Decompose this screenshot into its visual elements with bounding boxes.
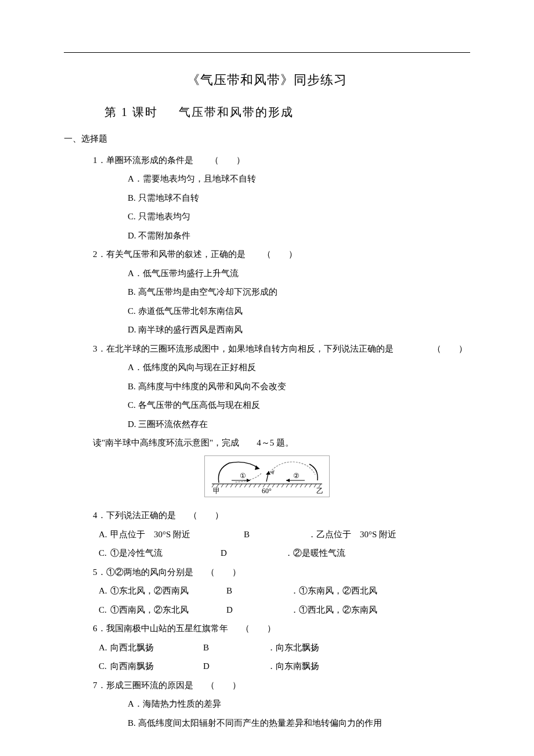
q1-opt-b: B. 只需地球不自转: [128, 191, 470, 205]
q3-opt-c: C. 各气压带的气压高低与现在相反: [128, 399, 470, 412]
question-5: 5．①②两地的风向分别是 （ ）: [93, 566, 470, 579]
q6-stem: 6．我国南极中山站的五星红旗常年: [93, 622, 228, 635]
q1-opt-c: C. 只需地表均匀: [128, 210, 470, 223]
question-3: 3．在北半球的三圈环流形成图中，如果地球自转方向相反，下列说法正确的是 （ ） …: [93, 342, 470, 431]
q2-opt-c: C. 赤道低气压带北邻东南信风: [128, 305, 470, 318]
q6-d-letter: D: [203, 660, 215, 673]
q7-opt-a: A．海陆热力性质的差异: [128, 697, 470, 711]
q4-c-letter: C.: [99, 547, 110, 560]
q5-b-letter: B: [226, 584, 238, 598]
q6-b-text: ．向东北飘扬: [267, 641, 319, 654]
q1-stem: 1．单圈环流形成的条件是: [93, 155, 193, 165]
diagram-label-mid: 60°: [262, 487, 272, 495]
q6-c-letter: C.: [99, 660, 110, 673]
svg-line-7: [240, 484, 242, 487]
svg-marker-32: [266, 471, 270, 475]
diagram-label-2: ②: [293, 472, 300, 480]
svg-line-17: [286, 484, 288, 487]
svg-line-9: [249, 484, 251, 487]
q1-paren: （ ）: [210, 155, 245, 165]
diagram-container: ① ② 甲 60° 乙: [64, 455, 470, 501]
q6-c-text: 向西南飘扬: [110, 660, 154, 673]
svg-line-19: [295, 484, 298, 487]
diagram-label-right: 乙: [316, 487, 323, 495]
q3-stem: 3．在北半球的三圈环流形成图中，如果地球自转方向相反，下列说法正确的是: [93, 344, 394, 353]
q7-paren: （ ）: [206, 679, 241, 692]
q6-a-letter: A.: [99, 641, 110, 654]
instruction-4-5: 读"南半球中高纬度环流示意图"，完成 4～5 题。: [93, 436, 470, 450]
q1-opt-a: A．需要地表均匀，且地球不自转: [128, 172, 470, 186]
question-2: 2．有关气压带和风带的叙述，正确的是 （ ） A．低气压带均盛行上升气流 B. …: [93, 248, 470, 337]
q3-opt-b: B. 高纬度与中纬度的风带和风向不会改变: [128, 380, 470, 393]
q2-stem: 2．有关气压带和风带的叙述，正确的是: [93, 249, 246, 259]
question-6: 6．我国南极中山站的五星红旗常年 （ ）: [93, 622, 470, 635]
svg-line-15: [277, 484, 279, 487]
q5-stem: 5．①②两地的风向分别是: [93, 566, 193, 579]
q1-opt-d: D. 不需附加条件: [128, 229, 470, 243]
q4-paren: （ ）: [189, 509, 223, 522]
q4-options-2: C. ①是冷性气流 D ．②是暖性气流: [99, 547, 470, 566]
svg-line-11: [258, 484, 261, 487]
q7-opt-b: B. 高低纬度间太阳辐射不同而产生的热量差异和地转偏向力的作用: [128, 717, 470, 730]
q4-d-letter: D: [221, 547, 232, 560]
q7-stem: 7．形成三圈环流的原因是: [93, 679, 193, 692]
svg-line-6: [235, 484, 237, 487]
question-7: 7．形成三圈环流的原因是 （ ）: [93, 679, 470, 692]
svg-line-14: [272, 484, 275, 487]
svg-line-20: [300, 484, 302, 487]
q2-opt-d: D. 南半球的盛行西风是西南风: [128, 323, 470, 337]
q5-paren: （ ）: [206, 566, 241, 579]
q4-c-text: ①是冷性气流: [110, 547, 163, 560]
question-4: 4．下列说法正确的是 （ ）: [93, 509, 470, 522]
q4-a-letter: A.: [99, 528, 110, 541]
diagram-label-left: 甲: [213, 487, 220, 495]
svg-line-18: [291, 484, 293, 487]
q4-stem: 4．下列说法正确的是: [93, 509, 176, 522]
q6-b-letter: B: [203, 641, 215, 654]
q5-d-letter: D: [226, 603, 238, 617]
question-1: 1．单圈环流形成的条件是 （ ） A．需要地表均匀，且地球不自转 B. 只需地球…: [93, 154, 470, 243]
q6-options: A. 向西北飘扬 B ．向东北飘扬: [99, 641, 470, 660]
q6-options-2: C. 向西南飘扬 D ．向东南飘扬: [99, 660, 470, 679]
q4-a-text: 甲点位于 30°S 附近: [110, 528, 190, 541]
q2-opt-b: B. 高气压带均是由空气冷却下沉形成的: [128, 285, 470, 299]
subtitle: 第 1 课时 气压带和风带的形成: [104, 103, 470, 121]
subtitle-name: 气压带和风带的形成: [179, 106, 294, 118]
svg-line-21: [305, 484, 307, 487]
main-title: 《气压带和风带》同步练习: [64, 70, 470, 89]
q4-b-text: ．乙点位于 30°S 附近: [308, 528, 396, 541]
svg-line-4: [226, 484, 228, 487]
subtitle-period: 第 1 课时: [104, 106, 158, 118]
q5-options: A. ①东北风，②西南风 B ．①东南风，②西北风: [99, 584, 470, 603]
svg-line-10: [254, 484, 256, 487]
top-divider: [64, 52, 470, 53]
q5-d-text: ．①西北风，②东南风: [290, 603, 377, 617]
svg-line-8: [244, 484, 247, 487]
q3-paren: （ ）: [432, 344, 467, 353]
q5-a-text: ①东北风，②西南风: [110, 584, 189, 598]
q5-options-2: C. ①西南风，②东北风 D ．①西北风，②东南风: [99, 603, 470, 623]
q2-opt-a: A．低气压带均盛行上升气流: [128, 267, 470, 280]
q5-c-letter: C.: [99, 603, 110, 617]
q3-opt-d: D. 三圈环流依然存在: [128, 418, 470, 431]
svg-line-5: [230, 484, 233, 487]
svg-marker-28: [270, 470, 275, 475]
q4-b-letter: B: [244, 528, 255, 541]
q6-paren: （ ）: [241, 622, 276, 635]
q4-options: A. 甲点位于 30°S 附近 B ．乙点位于 30°S 附近: [99, 528, 470, 547]
svg-line-3: [221, 484, 223, 487]
svg-line-16: [282, 484, 284, 487]
q5-b-text: ．①东南风，②西北风: [290, 584, 377, 598]
section-heading: 一、选择题: [64, 132, 470, 146]
q6-a-text: 向西北飘扬: [110, 641, 154, 654]
svg-line-22: [309, 484, 312, 487]
q6-d-text: ．向东南飘扬: [267, 660, 319, 673]
diagram-label-1: ①: [240, 472, 246, 480]
q4-d-text: ．②是暖性气流: [284, 547, 345, 560]
svg-marker-30: [286, 479, 290, 482]
q5-a-letter: A.: [99, 584, 110, 598]
circulation-diagram: ① ② 甲 60° 乙: [204, 455, 330, 497]
q5-c-text: ①西南风，②东北风: [110, 603, 189, 617]
q3-opt-a: A．低纬度的风向与现在正好相反: [128, 361, 470, 374]
svg-marker-27: [247, 479, 250, 482]
